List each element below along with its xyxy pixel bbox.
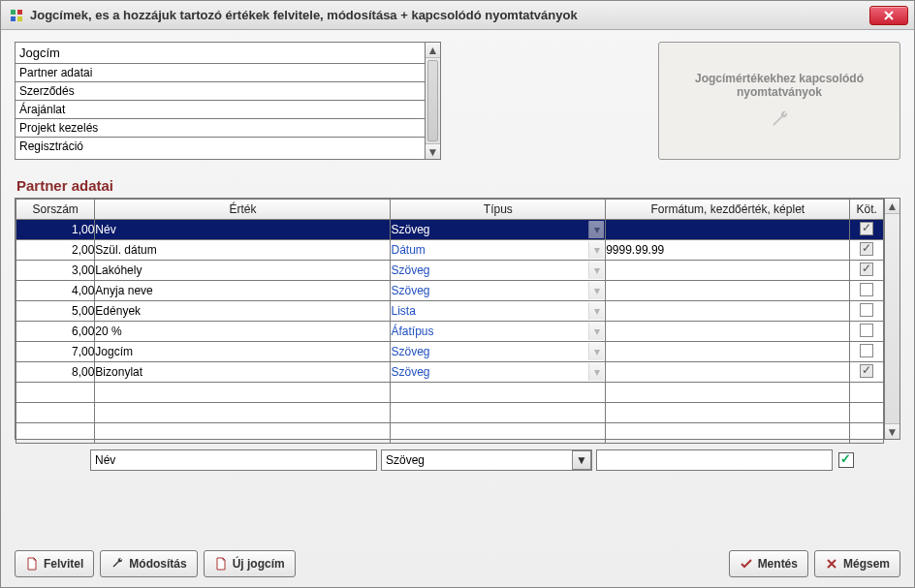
editor-type-input[interactable] [381, 449, 592, 471]
table-row-empty[interactable] [16, 423, 884, 444]
scroll-thumb[interactable] [427, 60, 438, 141]
cell-tipus[interactable]: Lista▾ [391, 301, 606, 322]
uj-jogcim-button[interactable]: Új jogcím [204, 550, 296, 577]
chevron-down-icon[interactable]: ▾ [588, 241, 604, 259]
modositas-button[interactable]: Módosítás [100, 550, 197, 577]
listbox-item[interactable]: Árajánlat [16, 101, 425, 119]
table-row[interactable]: 5,00EdényekLista▾ [16, 301, 884, 322]
table-row-empty[interactable] [16, 403, 884, 423]
megsem-button[interactable]: Mégsem [814, 550, 900, 577]
cell-kot[interactable] [850, 220, 884, 240]
cell-kot[interactable] [850, 281, 884, 301]
cell-ertek[interactable]: Jogcím [95, 342, 391, 362]
mentes-button[interactable]: Mentés [729, 550, 808, 577]
cell-formatum[interactable]: 9999.99.99 [606, 240, 850, 261]
cell-formatum[interactable] [606, 301, 850, 322]
listbox-item[interactable]: Regisztráció [16, 138, 425, 155]
checkbox[interactable] [860, 242, 873, 256]
chevron-down-icon[interactable]: ▾ [588, 363, 604, 381]
checkbox[interactable] [860, 283, 873, 296]
cell-ertek[interactable]: 20 % [95, 322, 391, 342]
cell-ertek[interactable]: Anyja neve [95, 281, 391, 301]
cell-kot[interactable] [850, 261, 884, 281]
checkbox[interactable] [860, 222, 873, 235]
grid-scroll-up-icon[interactable]: ▲ [885, 199, 899, 214]
checkbox[interactable] [860, 303, 873, 317]
cell-ertek[interactable]: Név [95, 220, 391, 240]
checkbox[interactable] [860, 263, 873, 276]
values-grid[interactable]: Sorszám Érték Típus Formátum, kezdőérték… [16, 199, 884, 444]
editor-format-input[interactable] [596, 449, 833, 471]
editor-required-checkbox[interactable] [838, 452, 854, 468]
col-header-sorszam[interactable]: Sorszám [16, 200, 95, 220]
cell-ertek[interactable]: Edények [95, 301, 391, 322]
cell-formatum[interactable] [606, 322, 850, 342]
scroll-up-icon[interactable]: ▲ [426, 43, 440, 58]
cell-kot[interactable] [850, 362, 884, 383]
cell-formatum[interactable] [606, 281, 850, 301]
close-button[interactable] [869, 6, 908, 25]
listbox-item[interactable]: Partner adatai [16, 64, 425, 82]
chevron-down-icon[interactable]: ▾ [588, 302, 604, 320]
cell-tipus[interactable]: Szöveg▾ [391, 362, 606, 383]
grid-scroll-down-icon[interactable]: ▼ [885, 423, 899, 439]
listbox-scrollbar[interactable]: ▲ ▼ [426, 42, 441, 160]
cell-tipus[interactable]: Áfatípus▾ [391, 322, 606, 342]
table-row[interactable]: 4,00Anyja neveSzöveg▾ [16, 281, 884, 301]
chevron-down-icon[interactable]: ▼ [572, 450, 591, 470]
wrench-icon [769, 108, 790, 130]
svg-rect-1 [17, 10, 22, 15]
scroll-down-icon[interactable]: ▼ [426, 143, 440, 159]
cell-ertek[interactable]: Lakóhely [95, 261, 391, 281]
grid-scroll-track[interactable] [885, 214, 899, 423]
chevron-down-icon[interactable]: ▾ [588, 343, 604, 360]
top-row: Jogcím Partner adataiSzerződésÁrajánlatP… [15, 42, 900, 160]
checkbox[interactable] [860, 324, 873, 337]
cell-tipus[interactable]: Szöveg▾ [391, 342, 606, 362]
cell-sorszam: 3,00 [16, 261, 95, 281]
chevron-down-icon[interactable]: ▾ [588, 282, 604, 299]
table-row[interactable]: 2,00Szül. dátumDátum▾9999.99.99 [16, 240, 884, 261]
table-row[interactable]: 8,00BizonylatSzöveg▾ [16, 362, 884, 383]
cell-tipus[interactable]: Szöveg▾ [391, 220, 606, 240]
editor-value-input[interactable] [90, 449, 377, 471]
checkbox[interactable] [860, 344, 873, 357]
cell-formatum[interactable] [606, 220, 850, 240]
cell-kot[interactable] [850, 301, 884, 322]
cell-kot[interactable] [850, 322, 884, 342]
cell-ertek[interactable]: Bizonylat [95, 362, 391, 383]
svg-rect-3 [17, 16, 22, 21]
window-title: Jogcímek, es a hozzájuk tartozó értékek … [30, 8, 869, 22]
chevron-down-icon[interactable]: ▾ [588, 262, 604, 279]
cell-kot[interactable] [850, 342, 884, 362]
cell-tipus[interactable]: Szöveg▾ [391, 281, 606, 301]
col-header-ertek[interactable]: Érték [95, 200, 391, 220]
col-header-formatum[interactable]: Formátum, kezdőérték, képlet [606, 200, 850, 220]
table-row[interactable]: 1,00NévSzöveg▾ [16, 220, 884, 240]
checkbox[interactable] [860, 364, 873, 378]
table-row[interactable]: 3,00LakóhelySzöveg▾ [16, 261, 884, 281]
felvitel-label: Felvitel [44, 557, 83, 571]
chevron-down-icon[interactable]: ▾ [588, 221, 604, 238]
panel-line2: nyomtatványok [737, 85, 822, 99]
cell-formatum[interactable] [606, 261, 850, 281]
col-header-tipus[interactable]: Típus [391, 200, 606, 220]
cell-tipus[interactable]: Szöveg▾ [391, 261, 606, 281]
cell-kot[interactable] [850, 240, 884, 261]
editor-type-combo[interactable]: ▼ [381, 449, 592, 471]
table-row-empty[interactable] [16, 383, 884, 403]
cell-formatum[interactable] [606, 342, 850, 362]
col-header-kot[interactable]: Köt. [850, 200, 884, 220]
listbox-item[interactable]: Szerződés [16, 82, 425, 101]
listbox-item[interactable]: Projekt kezelés [16, 119, 425, 138]
cell-ertek[interactable]: Szül. dátum [95, 240, 391, 261]
felvitel-button[interactable]: Felvitel [15, 550, 94, 577]
chevron-down-icon[interactable]: ▾ [588, 323, 604, 340]
grid-scrollbar[interactable]: ▲ ▼ [884, 199, 899, 439]
table-row[interactable]: 6,0020 %Áfatípus▾ [16, 322, 884, 342]
cell-tipus[interactable]: Dátum▾ [391, 240, 606, 261]
cell-formatum[interactable] [606, 362, 850, 383]
svg-rect-2 [11, 16, 16, 21]
table-row[interactable]: 7,00JogcímSzöveg▾ [16, 342, 884, 362]
jogcim-listbox[interactable]: Jogcím Partner adataiSzerződésÁrajánlatP… [15, 42, 426, 160]
